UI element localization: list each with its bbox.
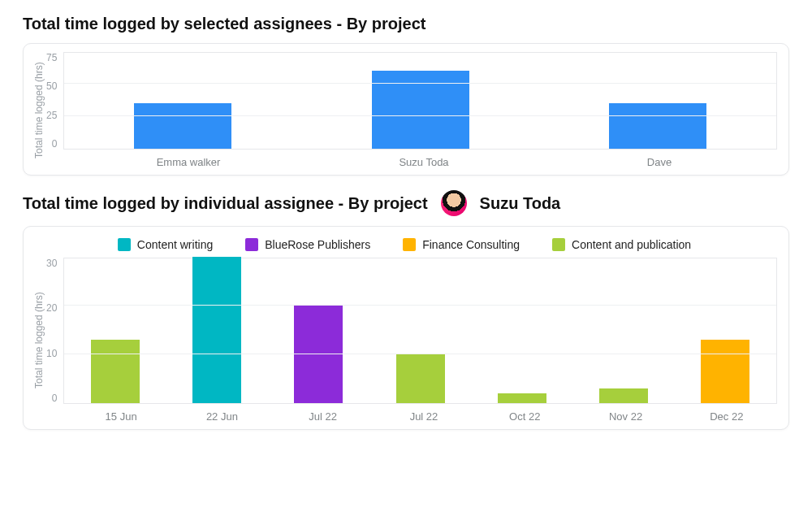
xtick: Jul 22 (400, 410, 448, 423)
section-total-by-individual: Total time logged by individual assignee… (23, 190, 789, 430)
chart2-card: Content writingBlueRose PublishersFinanc… (23, 226, 789, 430)
gridline (64, 354, 776, 354)
chart2-legend: Content writingBlueRose PublishersFinanc… (32, 235, 777, 258)
chart2-title: Total time logged by individual assignee… (23, 194, 428, 213)
legend-item: Content writing (118, 238, 213, 251)
legend-label: Content writing (137, 238, 213, 251)
xtick: 15 Jun (97, 410, 145, 423)
chart1-ylabel: Total time logged (hrs) (32, 52, 46, 168)
chart1: Total time logged (hrs) 7550250 Emma wal… (32, 52, 777, 168)
legend-item: Finance Consulting (403, 238, 520, 251)
chart2-yaxis: 3020100 (46, 258, 63, 404)
legend-swatch (245, 238, 258, 251)
ytick: 30 (46, 258, 57, 269)
legend-swatch (403, 238, 416, 251)
bar (599, 388, 648, 403)
bar (498, 393, 546, 403)
chart1-bars (64, 53, 776, 149)
avatar (441, 190, 467, 216)
xtick: Jul 22 (299, 410, 348, 423)
xtick: Dec 22 (702, 410, 751, 423)
ytick: 25 (46, 110, 57, 121)
chart2-ylabel: Total time logged (hrs) (32, 258, 46, 423)
ytick: 20 (46, 302, 57, 314)
section-total-by-selected: Total time logged by selected assignees … (23, 15, 789, 176)
xtick: Emma walker (140, 156, 237, 168)
xtick: Oct 22 (500, 410, 549, 423)
legend-swatch (552, 238, 565, 251)
legend-swatch (118, 238, 131, 251)
bar (701, 340, 749, 403)
chart2-plot (63, 258, 777, 404)
chart2-xaxis: 15 Jun22 JunJul 22Jul 22Oct 22Nov 22Dec … (46, 404, 777, 423)
xtick: Nov 22 (602, 410, 650, 423)
ytick: 50 (46, 80, 57, 92)
gridline (64, 83, 776, 84)
xtick: Suzu Toda (375, 156, 473, 168)
bar (91, 340, 140, 403)
page: Total time logged by selected assignees … (0, 0, 812, 525)
bar (192, 257, 241, 403)
chart1-title: Total time logged by selected assignees … (23, 15, 789, 33)
gridline (64, 305, 776, 306)
legend-item: BlueRose Publishers (245, 238, 370, 251)
xtick: Dave (611, 156, 708, 168)
ytick: 0 (52, 393, 58, 404)
legend-label: BlueRose Publishers (265, 238, 370, 251)
bar (294, 306, 343, 403)
chart2-assignee: Suzu Toda (480, 194, 561, 213)
chart1-xaxis: Emma walkerSuzu TodaDave (46, 150, 777, 168)
bar (396, 354, 445, 403)
xtick: 22 Jun (197, 410, 246, 423)
ytick: 0 (52, 138, 58, 150)
chart2-bars (64, 258, 776, 403)
bar (134, 103, 231, 149)
ytick: 75 (46, 52, 57, 63)
legend-item: Content and publication (552, 238, 691, 251)
gridline (64, 115, 776, 116)
chart1-card: Total time logged (hrs) 7550250 Emma wal… (23, 43, 789, 176)
chart2-title-row: Total time logged by individual assignee… (23, 190, 789, 216)
bar (609, 103, 706, 149)
chart1-plot (63, 52, 777, 150)
legend-label: Content and publication (572, 238, 691, 251)
ytick: 10 (46, 348, 57, 359)
legend-label: Finance Consulting (422, 238, 520, 251)
chart1-yaxis: 7550250 (46, 52, 63, 150)
